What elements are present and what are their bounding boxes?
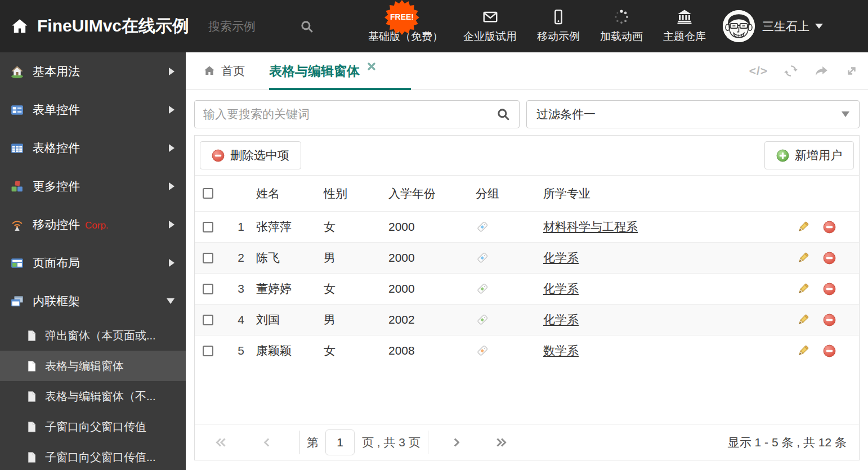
tag-icon bbox=[476, 314, 489, 326]
delete-icon[interactable] bbox=[823, 221, 836, 234]
page-number-input[interactable] bbox=[325, 429, 355, 455]
form-icon bbox=[10, 103, 24, 117]
home-icon bbox=[203, 64, 216, 78]
column-header-major: 所学专业 bbox=[538, 186, 788, 202]
nav-item-label: 企业版试用 bbox=[463, 29, 517, 44]
nav-item-label: 移动示例 bbox=[537, 29, 580, 44]
delete-icon[interactable] bbox=[823, 252, 836, 265]
sidebar-item-mobile-controls[interactable]: 移动控件 Corp. bbox=[0, 205, 186, 244]
nav-item-loading-animation[interactable]: 加载动画 bbox=[600, 8, 643, 44]
free-badge-label: FREE! bbox=[384, 0, 419, 34]
grid-toolbar: 删除选中项 新增用户 bbox=[195, 136, 859, 175]
search-icon[interactable] bbox=[496, 107, 511, 122]
fullscreen-button[interactable] bbox=[844, 64, 859, 78]
chevron-down-icon bbox=[167, 298, 175, 304]
filter-dropdown-value: 过滤条件一 bbox=[536, 106, 596, 122]
row-checkbox[interactable] bbox=[203, 222, 213, 232]
delete-selected-button[interactable]: 删除选中项 bbox=[200, 141, 301, 169]
layout-icon bbox=[10, 256, 24, 270]
tag-icon bbox=[476, 221, 489, 234]
row-index: 5 bbox=[231, 344, 251, 357]
add-user-button[interactable]: 新增用户 bbox=[764, 141, 854, 169]
last-page-button[interactable] bbox=[494, 435, 508, 450]
row-checkbox[interactable] bbox=[203, 284, 213, 294]
sidebar-item-more-controls[interactable]: 更多控件 bbox=[0, 167, 186, 205]
tab-home[interactable]: 首页 bbox=[203, 52, 245, 89]
avatar[interactable] bbox=[723, 10, 755, 42]
sidebar: 基本用法 表单控件 表格控件 更多控件 bbox=[0, 52, 186, 470]
cell-name: 张萍萍 bbox=[251, 219, 319, 235]
sidebar-item-grid-controls[interactable]: 表格控件 bbox=[0, 129, 186, 167]
cell-year: 2002 bbox=[383, 313, 471, 326]
prev-page-button[interactable] bbox=[260, 435, 275, 450]
app-title: FineUIMvc在线示例 bbox=[37, 15, 189, 38]
brand-home-button[interactable]: FineUIMvc在线示例 bbox=[10, 15, 189, 38]
file-icon bbox=[26, 330, 38, 342]
table-row: 2 陈飞 男 2000 化学系 bbox=[195, 242, 859, 273]
edit-icon[interactable] bbox=[797, 252, 809, 265]
sidebar-subitem-child-to-parent-2[interactable]: 子窗口向父窗口传值... bbox=[0, 442, 186, 470]
sidebar-subitem-grid-edit-window[interactable]: 表格与编辑窗体 bbox=[0, 351, 186, 381]
envelope-icon bbox=[482, 8, 499, 25]
sidebar-item-page-layout[interactable]: 页面布局 bbox=[0, 244, 186, 282]
nav-item-enterprise-trial[interactable]: 企业版试用 bbox=[463, 8, 517, 44]
chevron-right-icon bbox=[169, 144, 175, 152]
row-checkbox[interactable] bbox=[203, 346, 213, 356]
delete-icon[interactable] bbox=[823, 283, 836, 296]
cell-major-link[interactable]: 化学系 bbox=[543, 313, 579, 326]
column-header-group: 分组 bbox=[471, 186, 538, 202]
row-index: 1 bbox=[231, 220, 251, 234]
search-icon[interactable] bbox=[299, 19, 314, 34]
edit-icon[interactable] bbox=[797, 344, 809, 357]
expand-icon bbox=[844, 64, 859, 78]
delete-icon[interactable] bbox=[823, 314, 836, 326]
edit-icon[interactable] bbox=[797, 221, 809, 234]
file-icon bbox=[26, 451, 38, 463]
sidebar-item-iframe[interactable]: 内联框架 bbox=[0, 282, 186, 320]
cell-gender: 女 bbox=[319, 281, 383, 297]
column-header-year: 入学年份 bbox=[383, 186, 471, 202]
next-page-button[interactable] bbox=[449, 435, 463, 450]
keyword-search-input[interactable] bbox=[203, 108, 496, 121]
user-menu[interactable]: 三生石上 bbox=[723, 10, 823, 42]
tab-toolbar: </> bbox=[749, 52, 859, 89]
cell-gender: 女 bbox=[319, 219, 383, 235]
edit-icon[interactable] bbox=[797, 314, 809, 326]
header-search-input[interactable] bbox=[208, 20, 293, 33]
tab-grid-edit-window[interactable]: 表格与编辑窗体 bbox=[269, 52, 379, 89]
row-checkbox[interactable] bbox=[203, 253, 213, 263]
filter-row: 过滤条件一 bbox=[186, 90, 868, 128]
sidebar-subitem-child-to-parent[interactable]: 子窗口向父窗口传值 bbox=[0, 411, 186, 442]
refresh-button[interactable] bbox=[784, 64, 798, 78]
filter-dropdown[interactable]: 过滤条件一 bbox=[526, 100, 860, 128]
app-header: FineUIMvc在线示例 FREE! 基础版（免费） 企业版试用 bbox=[0, 0, 868, 52]
nav-item-theme-repo[interactable]: 主题仓库 bbox=[663, 8, 706, 44]
table-header: 姓名 性别 入学年份 分组 所学专业 bbox=[195, 175, 859, 211]
cell-major-link[interactable]: 化学系 bbox=[543, 282, 579, 295]
divider bbox=[428, 431, 428, 454]
select-all-checkbox[interactable] bbox=[203, 188, 213, 199]
home-color-icon bbox=[10, 65, 24, 79]
view-source-button[interactable]: </> bbox=[749, 64, 768, 78]
sidebar-item-form-controls[interactable]: 表单控件 bbox=[0, 91, 186, 129]
first-page-button[interactable] bbox=[214, 435, 229, 450]
sidebar-item-basic-usage[interactable]: 基本用法 bbox=[0, 52, 186, 91]
cell-major-link[interactable]: 化学系 bbox=[543, 251, 579, 264]
grid-panel: 删除选中项 新增用户 姓名 性别 入学年份 分组 所学专业 bbox=[194, 135, 860, 460]
sidebar-subitem-popup-window[interactable]: 弹出窗体（本页面或... bbox=[0, 320, 186, 351]
chevron-right-icon bbox=[169, 106, 175, 114]
nav-item-mobile-demo[interactable]: 移动示例 bbox=[537, 8, 580, 44]
cell-gender: 男 bbox=[319, 250, 383, 266]
sidebar-subitem-grid-edit-window-2[interactable]: 表格与编辑窗体（不... bbox=[0, 381, 186, 411]
cell-major-link[interactable]: 数学系 bbox=[543, 344, 579, 357]
cell-year: 2000 bbox=[383, 251, 471, 265]
tab-close-icon[interactable] bbox=[368, 59, 375, 74]
row-checkbox[interactable] bbox=[203, 315, 213, 325]
edit-icon[interactable] bbox=[797, 283, 809, 296]
delete-icon[interactable] bbox=[823, 344, 836, 357]
header-search bbox=[208, 19, 314, 34]
user-name[interactable]: 三生石上 bbox=[762, 19, 809, 34]
cell-major-link[interactable]: 材料科学与工程系 bbox=[543, 220, 638, 233]
cell-name: 陈飞 bbox=[251, 250, 319, 266]
open-new-window-button[interactable] bbox=[814, 64, 829, 78]
